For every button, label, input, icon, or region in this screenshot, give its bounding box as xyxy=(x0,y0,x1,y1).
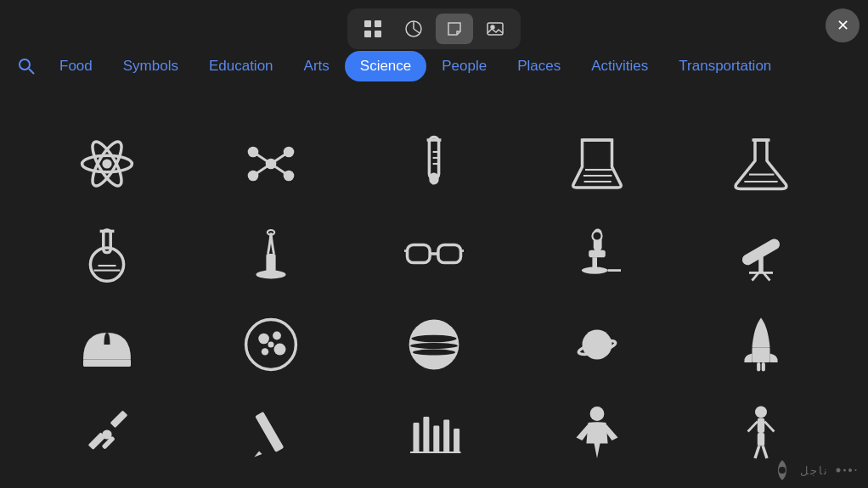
icon-microscope[interactable] xyxy=(516,209,679,299)
svg-rect-91 xyxy=(758,433,764,446)
tab-education[interactable]: Education xyxy=(194,51,289,81)
svg-rect-82 xyxy=(433,425,439,452)
icon-flask-triangle[interactable] xyxy=(679,119,843,209)
svg-rect-49 xyxy=(589,250,606,257)
svg-point-65 xyxy=(268,341,273,347)
tab-people[interactable]: People xyxy=(426,51,502,81)
icon-grid xyxy=(0,110,868,488)
icon-rocket[interactable] xyxy=(679,300,843,390)
close-button[interactable]: ✕ xyxy=(826,8,860,42)
svg-rect-1 xyxy=(375,20,381,27)
toolbar-pie-btn[interactable] xyxy=(395,14,432,44)
bottom-bar: ناجل xyxy=(761,452,868,488)
icon-jupiter[interactable] xyxy=(352,300,516,390)
svg-rect-80 xyxy=(413,423,419,452)
logo: ناجل xyxy=(769,457,860,483)
svg-line-20 xyxy=(253,164,271,176)
svg-rect-2 xyxy=(364,31,371,37)
svg-rect-3 xyxy=(375,31,381,37)
svg-point-86 xyxy=(590,407,605,421)
svg-point-96 xyxy=(843,469,846,472)
svg-point-61 xyxy=(258,333,269,344)
icon-test-tube[interactable] xyxy=(352,119,516,209)
svg-point-95 xyxy=(837,468,841,473)
icon-beaker[interactable] xyxy=(516,119,679,209)
icon-telescope[interactable] xyxy=(679,209,843,299)
svg-rect-0 xyxy=(364,20,371,27)
icon-bunsen[interactable] xyxy=(189,209,352,299)
svg-rect-44 xyxy=(438,245,461,263)
icon-observatory[interactable] xyxy=(25,300,189,390)
svg-rect-23 xyxy=(429,173,438,185)
svg-rect-81 xyxy=(423,417,429,452)
svg-point-71 xyxy=(583,329,612,359)
svg-point-78 xyxy=(103,429,112,439)
svg-point-12 xyxy=(103,160,112,169)
svg-line-92 xyxy=(755,446,759,458)
svg-point-51 xyxy=(582,267,608,274)
svg-line-18 xyxy=(253,152,271,164)
svg-point-98 xyxy=(855,469,857,471)
svg-point-53 xyxy=(593,232,602,241)
svg-point-67 xyxy=(411,334,456,341)
svg-rect-73 xyxy=(757,362,760,372)
svg-rect-59 xyxy=(83,359,131,366)
svg-point-64 xyxy=(261,348,268,355)
svg-line-89 xyxy=(747,421,757,431)
svg-point-69 xyxy=(413,349,455,355)
toolbar-image-btn[interactable] xyxy=(476,14,514,44)
icon-spectrometer[interactable] xyxy=(352,390,516,480)
icon-saturn[interactable] xyxy=(516,300,679,390)
svg-rect-74 xyxy=(761,362,764,372)
tab-activities[interactable]: Activities xyxy=(576,51,663,81)
svg-rect-5 xyxy=(488,23,503,35)
svg-point-7 xyxy=(20,59,30,70)
tab-places[interactable]: Places xyxy=(502,51,576,81)
toolbar-grid-btn[interactable] xyxy=(354,14,392,44)
svg-rect-43 xyxy=(407,245,430,263)
svg-line-8 xyxy=(29,69,34,74)
icon-pencil[interactable] xyxy=(189,390,352,480)
svg-point-97 xyxy=(848,468,852,472)
svg-rect-77 xyxy=(110,410,128,428)
svg-point-68 xyxy=(410,343,458,349)
svg-line-90 xyxy=(764,421,774,431)
icon-atom[interactable] xyxy=(25,119,189,209)
category-tabs: Food Symbols Education Arts Science Peop… xyxy=(0,51,868,81)
svg-rect-84 xyxy=(454,429,459,452)
svg-point-63 xyxy=(273,343,285,355)
icon-goggles[interactable] xyxy=(352,209,516,299)
svg-line-21 xyxy=(271,164,289,176)
svg-point-94 xyxy=(779,467,786,474)
icon-human-body[interactable] xyxy=(516,390,679,480)
tab-science[interactable]: Science xyxy=(345,51,426,81)
svg-rect-72 xyxy=(752,347,769,362)
toolbar-sticker-btn[interactable] xyxy=(436,14,473,44)
svg-point-87 xyxy=(755,406,767,418)
tab-food[interactable]: Food xyxy=(44,51,108,81)
toolbar xyxy=(347,8,521,49)
icon-petri[interactable] xyxy=(189,300,352,390)
icon-satellite[interactable] xyxy=(25,390,189,480)
svg-point-41 xyxy=(256,271,285,279)
icon-flask-round[interactable] xyxy=(25,209,189,299)
svg-rect-88 xyxy=(758,418,764,433)
svg-point-62 xyxy=(273,331,281,339)
svg-line-19 xyxy=(271,152,289,164)
tab-arts[interactable]: Arts xyxy=(289,51,345,81)
logo-text: ناجل xyxy=(800,464,829,477)
svg-rect-55 xyxy=(758,255,764,273)
svg-point-42 xyxy=(267,230,273,235)
icon-molecule[interactable] xyxy=(189,119,352,209)
tab-symbols[interactable]: Symbols xyxy=(108,51,194,81)
tab-transportation[interactable]: Transportation xyxy=(663,51,786,81)
search-button[interactable] xyxy=(8,52,44,81)
svg-rect-83 xyxy=(443,419,449,452)
svg-rect-79 xyxy=(255,412,284,452)
